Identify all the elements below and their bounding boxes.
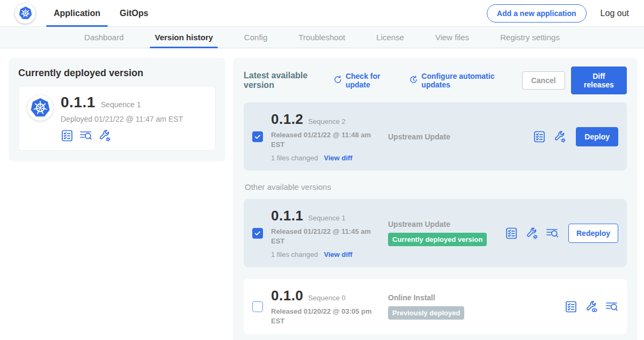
deployed-version-number: 0.1.1 [61, 94, 96, 111]
edit-config-icon[interactable] [553, 130, 566, 143]
version-source: Upstream Update [388, 132, 525, 141]
edit-config-icon[interactable] [525, 227, 538, 240]
configure-auto-updates-label: Configure automatic updates [421, 72, 510, 89]
subnav-config[interactable]: Config [229, 27, 283, 48]
deployed-sequence-label: Sequence 1 [101, 100, 141, 109]
kubernetes-logo-icon [15, 3, 35, 24]
subnav-license[interactable]: License [361, 27, 420, 48]
version-number: 0.1.0 [271, 287, 303, 304]
version-row-0-1-1: 0.1.1 Sequence 1 Released 01/21/22 @ 11:… [244, 199, 627, 267]
clock-refresh-icon [409, 75, 418, 86]
nav-tab-application-label: Application [54, 9, 100, 18]
version-row-0-1-2: 0.1.2 Sequence 2 Released 01/21/22 @ 11:… [244, 102, 627, 171]
source-label: Upstream Update [388, 132, 525, 141]
edit-config-icon[interactable] [98, 129, 111, 142]
sequence-label: Sequence 2 [308, 117, 345, 125]
view-files-diff-icon[interactable] [605, 300, 618, 313]
sequence-label: Sequence 0 [308, 294, 345, 302]
subnav-troubleshoot[interactable]: Troubleshoot [283, 27, 361, 48]
refresh-icon [333, 75, 342, 86]
logout-button[interactable]: Log out [601, 9, 629, 18]
top-navbar: Application GitOps Add a new application… [0, 0, 644, 27]
version-source: Online Install Previously deployed [388, 293, 557, 320]
diff-releases-button[interactable]: Diff releases [571, 66, 627, 94]
preflight-checklist-icon[interactable] [565, 300, 577, 313]
view-diff-link[interactable]: View diff [324, 250, 352, 258]
version-number: 0.1.1 [271, 208, 303, 224]
subnav-version-history[interactable]: Version history [139, 27, 228, 48]
main-content: Currently deployed version 0.1.1 Sequenc… [0, 48, 644, 340]
source-label: Online Install [388, 293, 557, 302]
admin-console: Application GitOps Add a new application… [0, 0, 644, 340]
version-history-panel: Latest available version Check for updat… [233, 58, 638, 340]
redeploy-button[interactable]: Redeploy [568, 224, 618, 243]
sequence-label: Sequence 1 [308, 214, 345, 222]
subnav-registry-settings[interactable]: Registry settings [485, 27, 575, 48]
preflight-checklist-icon[interactable] [61, 129, 74, 142]
check-for-update-link[interactable]: Check for update [333, 72, 397, 89]
released-timestamp: Released 01/21/22 @ 11:48 am EST [271, 130, 372, 149]
currently-deployed-badge: Currently deployed version [388, 233, 487, 246]
check-for-update-label: Check for update [346, 72, 397, 89]
previously-deployed-badge: Previously deployed [388, 306, 464, 320]
navbar-right: Add a new application Log out [487, 4, 629, 23]
cancel-button[interactable]: Cancel [522, 71, 565, 90]
currently-deployed-card: Currently deployed version 0.1.1 Sequenc… [9, 58, 225, 161]
subnav-dashboard[interactable]: Dashboard [69, 27, 139, 48]
nav-tab-gitops-label: GitOps [120, 9, 148, 18]
view-diff-link[interactable]: View diff [324, 154, 352, 162]
files-changed-label: 1 files changed [271, 154, 318, 162]
other-versions-title: Other available versions [245, 182, 627, 191]
deployed-timestamp: Deployed 01/21/22 @ 11:47 am EST [61, 115, 183, 123]
deployed-card-title: Currently deployed version [18, 68, 216, 79]
preflight-checklist-icon[interactable] [505, 227, 518, 240]
files-changed-label: 1 files changed [271, 250, 318, 258]
version-checkbox[interactable] [252, 131, 263, 142]
source-label: Upstream Update [388, 220, 497, 228]
version-number: 0.1.2 [271, 111, 303, 128]
nav-tab-application[interactable]: Application [54, 0, 100, 27]
version-checkbox[interactable] [252, 228, 263, 239]
preflight-checklist-icon[interactable] [533, 130, 546, 143]
app-kubernetes-icon [27, 95, 53, 121]
version-info: 0.1.2 Sequence 2 Released 01/21/22 @ 11:… [271, 111, 380, 162]
version-info: 0.1.0 Sequence 0 Released 01/20/22 @ 03:… [271, 287, 380, 326]
version-checkbox[interactable] [252, 301, 263, 312]
version-source: Upstream Update Currently deployed versi… [388, 220, 497, 246]
configure-auto-updates-link[interactable]: Configure automatic updates [409, 72, 510, 89]
deployed-version-info: 0.1.1 Sequence 1 Deployed 01/21/22 @ 11:… [61, 94, 183, 142]
deploy-button[interactable]: Deploy [576, 127, 618, 146]
view-files-diff-icon[interactable] [546, 227, 559, 240]
panel-header: Latest available version Check for updat… [244, 66, 627, 94]
deployed-version-tile: 0.1.1 Sequence 1 Deployed 01/21/22 @ 11:… [18, 86, 216, 151]
add-application-button[interactable]: Add a new application [487, 4, 587, 23]
released-timestamp: Released 01/20/22 @ 03:05 pm EST [271, 307, 372, 326]
app-subnav: Dashboard Version history Config Trouble… [0, 27, 644, 48]
nav-tab-gitops[interactable]: GitOps [120, 0, 148, 27]
version-row-0-1-0: 0.1.0 Sequence 0 Released 01/20/22 @ 03:… [244, 279, 627, 334]
view-config-icon[interactable] [585, 300, 598, 313]
version-info: 0.1.1 Sequence 1 Released 01/21/22 @ 11:… [271, 208, 380, 258]
subnav-view-files[interactable]: View files [420, 27, 485, 48]
latest-available-title: Latest available version [244, 71, 328, 90]
view-files-diff-icon[interactable] [79, 129, 92, 142]
released-timestamp: Released 01/21/22 @ 11:45 am EST [271, 227, 372, 246]
